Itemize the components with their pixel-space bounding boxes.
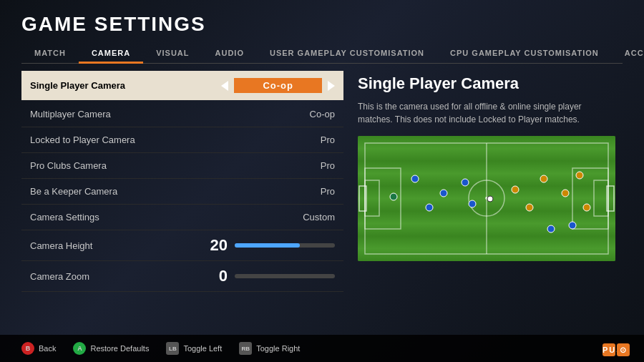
camera-height-fill [235, 243, 300, 248]
settings-panel: Single Player Camera Co-op Multiplayer C… [21, 71, 343, 292]
slider-row-camera-height[interactable]: Camera Height 20 [21, 230, 343, 261]
svg-point-12 [426, 204, 433, 211]
tab-visual[interactable]: VISUAL [143, 43, 202, 63]
back-button[interactable]: B Back [21, 342, 56, 355]
camera-height-slider[interactable] [235, 243, 335, 248]
toggle-right-label: Toggle Right [256, 344, 300, 353]
rb-icon: RB [239, 342, 252, 355]
toggle-left-label: Toggle Left [183, 344, 222, 353]
tab-cpu-gameplay[interactable]: CPU GAMEPLAY CUSTOMISATION [437, 43, 612, 63]
nav-tabs: MATCH CAMERA VISUAL AUDIO USER GAMEPLAY … [21, 43, 623, 64]
camera-zoom-slider[interactable] [235, 274, 335, 278]
setting-row-pro-clubs-camera[interactable]: Pro Clubs Camera Pro [21, 153, 343, 179]
detail-panel: Single Player Camera This is the camera … [358, 71, 623, 292]
tab-camera[interactable]: CAMERA [79, 43, 143, 63]
svg-point-18 [526, 204, 533, 211]
restore-icon: A [73, 342, 86, 355]
svg-point-19 [562, 190, 569, 197]
page-title: GAME SETTINGS [21, 13, 623, 36]
value-control: Co-op [221, 78, 335, 93]
setting-row-camera-settings[interactable]: Camera Settings Custom [21, 205, 343, 230]
tab-user-gameplay[interactable]: USER GAMEPLAY CUSTOMISATION [257, 43, 437, 63]
svg-point-24 [569, 222, 576, 229]
svg-point-21 [583, 204, 590, 211]
push-logo: PUSH⊙ [601, 343, 630, 356]
restore-label: Restore Defaults [90, 344, 149, 353]
svg-rect-7 [594, 180, 608, 216]
arrow-right-icon[interactable] [328, 81, 335, 91]
svg-point-17 [540, 175, 547, 182]
toggle-left-button[interactable]: LB Toggle Left [166, 342, 222, 355]
svg-point-14 [469, 200, 476, 207]
svg-point-23 [547, 225, 555, 233]
tab-match[interactable]: MATCH [21, 43, 79, 63]
svg-point-20 [576, 172, 583, 179]
selected-setting-value: Co-op [234, 78, 322, 93]
svg-rect-5 [365, 180, 379, 216]
svg-point-10 [411, 175, 419, 182]
setting-row-multiplayer-camera[interactable]: Multiplayer Camera Co-op [21, 102, 343, 127]
lb-icon: LB [166, 342, 179, 355]
selected-setting-label: Single Player Camera [30, 80, 125, 91]
selected-setting-row[interactable]: Single Player Camera Co-op [21, 71, 343, 100]
field-lines-svg [358, 136, 615, 261]
svg-point-13 [462, 179, 469, 186]
svg-point-16 [512, 186, 519, 193]
toggle-right-button[interactable]: RB Toggle Right [239, 342, 300, 355]
svg-point-15 [390, 193, 397, 200]
bottom-bar: B Back A Restore Defaults LB Toggle Left… [0, 335, 644, 362]
camera-preview [358, 136, 615, 261]
tab-audio[interactable]: AUDIO [203, 43, 257, 63]
svg-point-11 [440, 190, 447, 197]
slider-row-camera-zoom[interactable]: Camera Zoom 0 [21, 261, 343, 292]
detail-title: Single Player Camera [358, 74, 623, 93]
detail-description: This is the camera used for all offline … [358, 100, 615, 126]
svg-point-22 [487, 196, 493, 202]
tab-accessibility[interactable]: ACCESSIBILITY [612, 43, 644, 63]
back-label: Back [39, 344, 56, 353]
arrow-left-icon[interactable] [221, 81, 228, 91]
setting-row-keeper-camera[interactable]: Be a Keeper Camera Pro [21, 179, 343, 205]
setting-row-locked-player-camera[interactable]: Locked to Player Camera Pro [21, 127, 343, 153]
restore-defaults-button[interactable]: A Restore Defaults [73, 342, 149, 355]
back-icon: B [21, 342, 34, 355]
